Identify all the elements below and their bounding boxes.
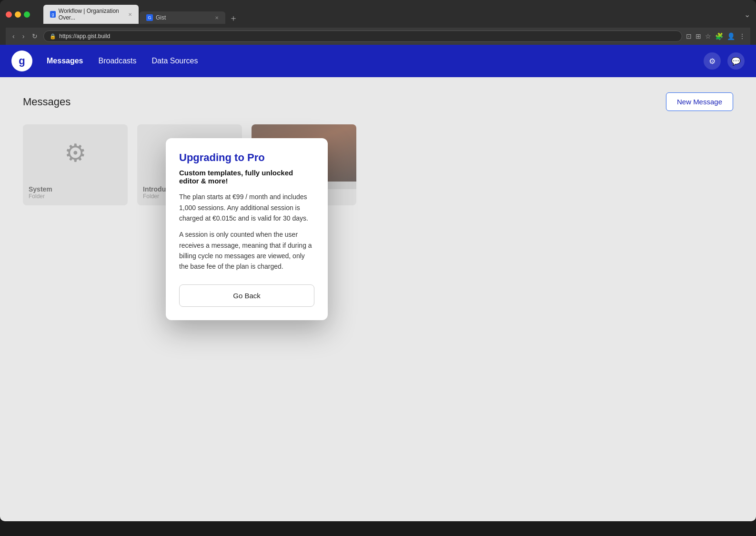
traffic-light-red[interactable] xyxy=(6,11,12,18)
app-nav: g Messages Broadcasts Data Sources ⚙ 💬 xyxy=(0,45,756,77)
menu-icon[interactable]: ⋮ xyxy=(739,32,746,40)
lock-icon: 🔒 xyxy=(50,33,56,40)
browser-tab-gist[interactable]: G Gist ✕ xyxy=(140,11,225,24)
modal-body-2: A session is only counted when the user … xyxy=(179,229,314,272)
tab-close-gist[interactable]: ✕ xyxy=(215,15,219,20)
refresh-button[interactable]: ↻ xyxy=(30,31,40,41)
profile-icon[interactable]: 👤 xyxy=(727,32,735,40)
traffic-light-yellow[interactable] xyxy=(15,11,21,18)
grid-icon[interactable]: ⊞ xyxy=(696,32,701,40)
tab-label-workflow: Workflow | Organization Over... xyxy=(59,8,125,21)
star-icon[interactable]: ☆ xyxy=(705,32,711,40)
address-bar[interactable]: 🔒 https://app.gist.build xyxy=(43,30,682,42)
modal-subtitle: Custom templates, fully unlocked editor … xyxy=(179,169,314,185)
tab-favicon-workflow: g xyxy=(50,11,56,18)
forward-button[interactable]: › xyxy=(20,31,27,41)
go-back-button[interactable]: Go Back xyxy=(179,284,314,307)
upgrade-modal: Upgrading to Pro Custom templates, fully… xyxy=(166,138,328,320)
traffic-light-green[interactable] xyxy=(24,11,30,18)
tab-close-workflow[interactable]: ✕ xyxy=(128,12,132,17)
extensions-icon[interactable]: 🧩 xyxy=(715,32,723,40)
new-message-button[interactable]: New Message xyxy=(666,92,733,111)
back-button[interactable]: ‹ xyxy=(10,31,17,41)
page-title: Messages xyxy=(23,96,71,108)
chat-icon-btn[interactable]: 💬 xyxy=(727,52,745,70)
modal-overlay: Upgrading to Pro Custom templates, fully… xyxy=(80,110,413,348)
screen-share-icon[interactable]: ⊡ xyxy=(686,32,692,40)
tab-label-gist: Gist xyxy=(156,14,166,21)
nav-item-broadcasts[interactable]: Broadcasts xyxy=(99,57,137,65)
page-header: Messages New Message xyxy=(23,92,733,111)
browser-tab-workflow[interactable]: g Workflow | Organization Over... ✕ xyxy=(43,5,139,24)
app-logo[interactable]: g xyxy=(11,51,32,71)
settings-icon-btn[interactable]: ⚙ xyxy=(704,52,721,70)
modal-body-1: The plan starts at €99 / month and inclu… xyxy=(179,192,314,223)
modal-title: Upgrading to Pro xyxy=(179,152,314,164)
nav-item-datasources[interactable]: Data Sources xyxy=(152,57,198,65)
url-text: https://app.gist.build xyxy=(59,33,110,40)
tab-favicon-gist: G xyxy=(146,14,153,21)
window-controls[interactable]: ⌄ xyxy=(744,10,750,19)
nav-item-messages[interactable]: Messages xyxy=(47,57,83,65)
new-tab-button[interactable]: ＋ xyxy=(229,12,238,24)
